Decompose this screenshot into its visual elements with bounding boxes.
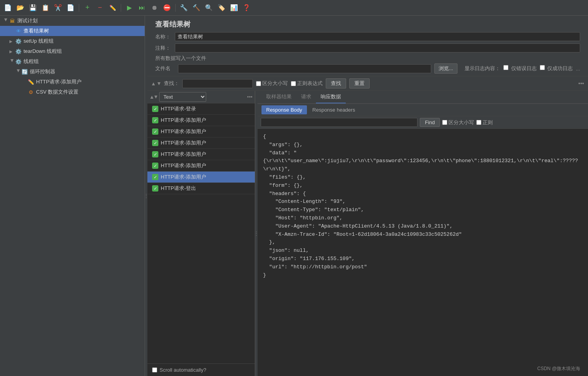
- toolbar: 📄 📂 💾 📋 ✂️ 📄 + − ✏️ ▶ ⏭ ⏺ ⛔ 🔧 🔨 🔍 🏷️ 📊 ❓: [0, 0, 588, 16]
- result-item-7[interactable]: HTTP请求-添加用户: [147, 172, 255, 183]
- toolbar-icon-settings[interactable]: 🔧: [178, 2, 189, 13]
- find-regex-checkbox[interactable]: [476, 120, 481, 125]
- tree-item-http-add[interactable]: ✏️ HTTP请求-添加用户: [0, 77, 145, 87]
- find-input[interactable]: [261, 118, 417, 127]
- toolbar-icon-copy[interactable]: 📋: [40, 2, 51, 13]
- toolbar-icon-run[interactable]: ▶: [124, 2, 135, 13]
- page-title: 查看结果树: [155, 20, 580, 29]
- toolbar-icon-report[interactable]: 📊: [229, 2, 240, 13]
- list-more-options[interactable]: •••: [247, 94, 252, 100]
- regex-checkbox[interactable]: [291, 81, 296, 86]
- extra-option: ...: [576, 66, 580, 72]
- tree-label-setup: setUp 线程组: [24, 38, 54, 45]
- sub-tab-response-headers[interactable]: Response headers: [308, 105, 360, 114]
- toolbar-icon-open[interactable]: 📂: [15, 2, 26, 13]
- expand-arrow: ▶: [9, 49, 15, 54]
- main-area: ▶ 🏛 测试计划 👁 查看结果树 ▶ ⚙️ setUp 线程组 ▶ ⚙️ tea…: [0, 16, 588, 376]
- tree-item-test-plan[interactable]: ▶ 🏛 测试计划: [0, 16, 145, 26]
- list-up-arrow[interactable]: ▶: [149, 96, 154, 99]
- scroll-auto-checkbox[interactable]: [152, 367, 157, 372]
- filename-input[interactable]: [178, 64, 431, 73]
- toolbar-icon-shutdown[interactable]: ⛔: [162, 2, 172, 13]
- toolbar-icon-save[interactable]: 💾: [27, 2, 38, 13]
- tree-item-setup[interactable]: ▶ ⚙️ setUp 线程组: [0, 36, 145, 46]
- result-label-8: HTTP请求-登出: [161, 185, 196, 192]
- result-item-3[interactable]: HTTP请求-添加用户: [147, 126, 255, 137]
- result-label-2: HTTP请求-添加用户: [161, 117, 206, 124]
- comment-label: 注释：: [155, 45, 175, 52]
- tree-item-thread-group[interactable]: ▶ ⚙️ 线程组: [0, 56, 145, 67]
- search-button[interactable]: 查找: [326, 78, 346, 89]
- result-item-2[interactable]: HTTP请求-添加用户: [147, 115, 255, 126]
- search-input[interactable]: [182, 79, 253, 88]
- case-sensitive-check-label[interactable]: 区分大小写: [256, 80, 288, 87]
- toolbar-icon-paste[interactable]: 📄: [65, 2, 76, 13]
- error-log-checkbox[interactable]: [503, 65, 508, 70]
- result-item-8[interactable]: HTTP请求-登出: [147, 183, 255, 194]
- regex-check-label[interactable]: 正则表达式: [291, 80, 323, 87]
- error-log-label[interactable]: 仅错误日志: [503, 65, 537, 72]
- toolbar-icon-debug[interactable]: 🔨: [191, 2, 202, 13]
- watermark: CSDN @微木填沧海: [537, 365, 580, 372]
- status-icon-3: [152, 128, 158, 135]
- format-dropdown[interactable]: Text RegExp Tester CSS/JQuery XPath Test…: [159, 92, 206, 102]
- success-log-label[interactable]: 仅成功日志: [540, 65, 573, 72]
- toolbar-icon-remove[interactable]: −: [94, 2, 105, 13]
- find-case-check-label[interactable]: 区分大小写: [442, 119, 474, 126]
- find-button[interactable]: Find: [420, 118, 440, 127]
- gear-icon: ⚙️: [15, 38, 22, 45]
- result-item-1[interactable]: HTTP请求-登录: [147, 103, 255, 115]
- toolbar-sep-3: [175, 4, 176, 12]
- expand-arrow: ▶: [9, 39, 15, 43]
- list-down-arrow[interactable]: ▶: [154, 96, 158, 99]
- tab-request[interactable]: 请求: [296, 91, 316, 103]
- result-item-4[interactable]: HTTP请求-添加用户: [147, 137, 255, 149]
- result-label-4: HTTP请求-添加用户: [161, 139, 206, 146]
- toolbar-icon-run-no-pause[interactable]: ⏭: [136, 2, 147, 13]
- tree-item-teardown[interactable]: ▶ ⚙️ tearDown 线程组: [0, 46, 145, 56]
- response-body[interactable]: { "args": {}, "data": "{\r\n\t\"user_nam…: [258, 129, 588, 376]
- split-section: ▶ ▶ Text RegExp Tester CSS/JQuery XPath …: [147, 91, 588, 376]
- tree-item-loop-ctrl[interactable]: ▶ 🔄 循环控制器: [0, 67, 145, 77]
- tree-item-view-tree[interactable]: 👁 查看结果树: [0, 26, 145, 36]
- reset-button[interactable]: 重置: [349, 78, 370, 89]
- find-case-checkbox[interactable]: [442, 120, 447, 125]
- toolbar-icon-cut[interactable]: ✂️: [53, 2, 64, 13]
- comment-input[interactable]: [175, 43, 580, 52]
- toolbar-icon-label[interactable]: 🏷️: [216, 2, 227, 13]
- log-label: 显示日志内容：: [465, 65, 500, 72]
- toolbar-icon-move[interactable]: ✏️: [107, 2, 118, 13]
- name-input[interactable]: [175, 32, 580, 41]
- success-log-checkbox[interactable]: [540, 65, 545, 70]
- result-list: HTTP请求-登录 HTTP请求-添加用户 HTTP请求-添加用户 HTTP请求…: [147, 103, 255, 363]
- find-regex-label: 正则: [483, 119, 493, 126]
- tab-sampler-results[interactable]: 取样器结果: [261, 91, 296, 103]
- up-arrow[interactable]: ▶: [151, 82, 155, 85]
- find-case-label: 区分大小写: [448, 119, 474, 126]
- sub-tabs: Response Body Response headers: [258, 104, 588, 116]
- gear-icon-3: ⚙️: [15, 58, 22, 65]
- result-label-7: HTTP请求-添加用户: [161, 174, 206, 181]
- gear-icon-2: ⚙️: [15, 48, 22, 55]
- case-sensitive-label: 区分大小写: [262, 80, 288, 87]
- result-item-6[interactable]: HTTP请求-添加用户: [147, 160, 255, 172]
- browse-button[interactable]: 浏览...: [434, 63, 457, 74]
- toolbar-icon-search[interactable]: 🔍: [203, 2, 214, 13]
- file-row: 文件名 浏览... 显示日志内容： 仅错误日志 仅成功日志 ...: [155, 63, 580, 74]
- toolbar-icon-stop[interactable]: ⏺: [149, 2, 160, 13]
- find-regex-check-label[interactable]: 正则: [476, 119, 493, 126]
- result-label-6: HTTP请求-添加用户: [161, 162, 206, 169]
- down-arrow[interactable]: ▶: [157, 82, 162, 85]
- toolbar-icon-new[interactable]: 📄: [2, 2, 13, 13]
- result-item-5[interactable]: HTTP请求-添加用户: [147, 149, 255, 160]
- status-icon-6: [152, 163, 158, 169]
- sub-tab-response-body[interactable]: Response Body: [261, 105, 307, 114]
- case-sensitive-checkbox[interactable]: [256, 81, 261, 86]
- filename-label: 文件名: [155, 65, 175, 72]
- tree-item-csv[interactable]: ⚙ CSV 数据文件设置: [0, 87, 145, 97]
- tree-label-loop-ctrl: 循环控制器: [30, 68, 55, 75]
- more-options-button[interactable]: •••: [578, 80, 584, 87]
- tab-response-data[interactable]: 响应数据: [316, 91, 346, 103]
- toolbar-icon-add[interactable]: +: [82, 2, 93, 13]
- toolbar-icon-help[interactable]: ❓: [241, 2, 252, 13]
